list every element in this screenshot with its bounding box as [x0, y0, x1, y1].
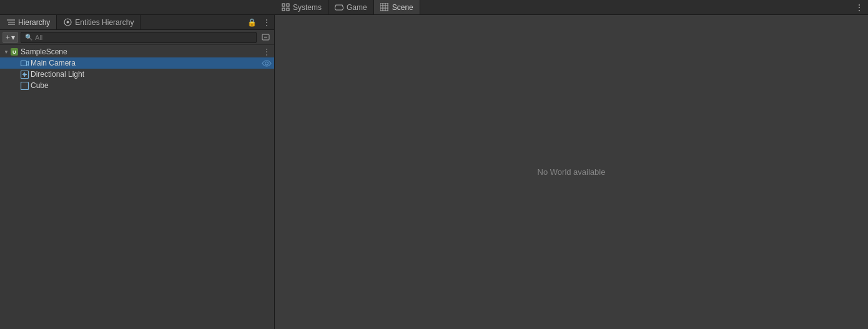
panel-header: Hierarchy Entities Hierarchy 🔒: [0, 15, 274, 30]
main-content: Hierarchy Entities Hierarchy 🔒: [0, 15, 868, 329]
main-camera-eye-button[interactable]: [262, 58, 272, 68]
panel-lock-button[interactable]: 🔒: [244, 15, 259, 29]
samplescene-more-button[interactable]: ⋮: [262, 47, 272, 57]
tab-systems[interactable]: Systems: [275, 0, 328, 14]
tab-bar-more-button[interactable]: ⋮: [853, 0, 866, 14]
svg-text:U: U: [12, 49, 16, 55]
panel-more-button[interactable]: ⋮: [259, 15, 274, 29]
add-button[interactable]: + ▾: [2, 32, 18, 43]
samplescene-icon: U: [10, 47, 19, 56]
cube-label: Cube: [31, 81, 272, 90]
add-plus-label: +: [6, 33, 10, 42]
samplescene-actions: ⋮: [262, 47, 272, 57]
svg-rect-2: [282, 8, 285, 11]
tab-scene-label: Scene: [392, 3, 413, 12]
add-dropdown-arrow: ▾: [11, 33, 15, 42]
main-camera-actions: [262, 58, 272, 68]
panel-toolbar: + ▾ 🔍: [0, 30, 274, 45]
search-icon: 🔍: [25, 34, 32, 41]
svg-rect-21: [21, 61, 26, 66]
search-input[interactable]: [35, 34, 252, 41]
lock-icon: 🔒: [247, 18, 257, 27]
filter-button[interactable]: [259, 32, 272, 43]
svg-point-16: [66, 21, 69, 24]
svg-rect-1: [287, 4, 289, 6]
panel-header-actions: 🔒 ⋮: [244, 15, 274, 29]
main-tabs: Systems Game: [275, 0, 420, 14]
cube-icon: [20, 81, 29, 90]
tree-item-main-camera[interactable]: ▶ Main Camera: [0, 57, 274, 69]
main-camera-label: Main Camera: [31, 59, 262, 67]
directional-light-icon: [20, 70, 29, 79]
tree-item-cube[interactable]: ▶ Cube: [0, 80, 274, 91]
samplescene-label: SampleScene: [21, 47, 262, 56]
main-camera-icon: [20, 59, 29, 67]
tab-scene[interactable]: Scene: [374, 0, 420, 14]
search-box[interactable]: 🔍: [21, 32, 257, 43]
tab-game-label: Game: [347, 3, 367, 12]
svg-rect-29: [21, 82, 28, 89]
scene-icon: [380, 3, 389, 12]
tree-view: ▼ U SampleScene ⋮: [0, 45, 274, 329]
tab-entities-hierarchy-label: Entities Hierarchy: [75, 18, 134, 27]
top-tab-bar: Systems Game: [0, 0, 868, 15]
tab-hierarchy-label: Hierarchy: [18, 18, 50, 27]
svg-point-23: [265, 62, 269, 65]
game-icon: [335, 3, 343, 12]
tab-systems-label: Systems: [293, 3, 322, 12]
right-panel: No World available: [275, 15, 868, 329]
entities-hierarchy-icon: [63, 18, 72, 27]
directional-light-label: Directional Light: [31, 70, 272, 79]
tree-item-samplescene[interactable]: ▼ U SampleScene ⋮: [0, 46, 274, 57]
tab-game[interactable]: Game: [328, 0, 374, 14]
tab-hierarchy[interactable]: Hierarchy: [0, 15, 57, 29]
tree-item-directional-light[interactable]: ▶ Directional Light: [0, 69, 274, 80]
hierarchy-tab-icon: [6, 18, 15, 27]
no-world-message: No World available: [538, 167, 606, 177]
systems-icon: [281, 3, 290, 12]
expand-arrow-samplescene[interactable]: ▼: [2, 46, 10, 57]
svg-rect-3: [287, 8, 289, 11]
left-panel: Hierarchy Entities Hierarchy 🔒: [0, 15, 275, 329]
svg-rect-0: [282, 4, 285, 6]
tab-entities-hierarchy[interactable]: Entities Hierarchy: [57, 15, 141, 29]
